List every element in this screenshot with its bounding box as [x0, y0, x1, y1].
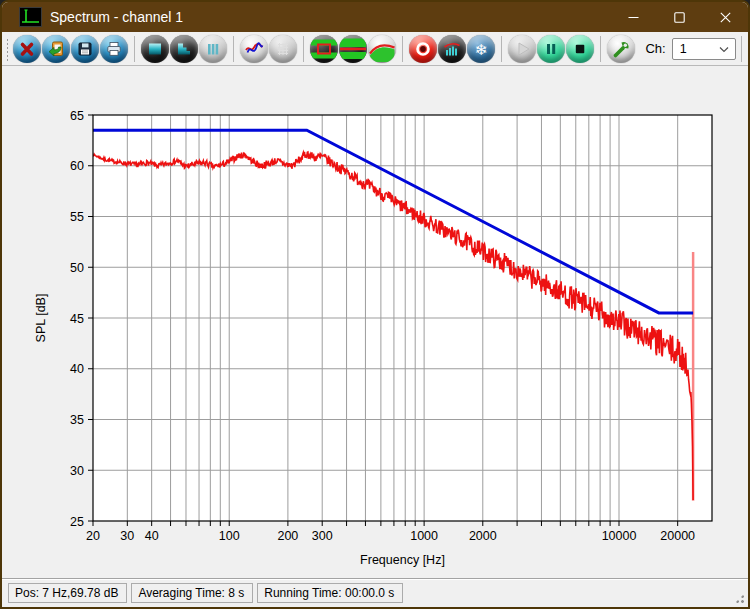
freeze-button[interactable]: ❄: [467, 35, 495, 63]
resize-grip[interactable]: [733, 592, 746, 605]
exit-button[interactable]: [13, 35, 41, 63]
maximize-icon: [674, 12, 685, 23]
y-tick-label: 60: [70, 159, 84, 173]
y-tick-label: 50: [70, 261, 84, 275]
save-button[interactable]: [71, 35, 99, 63]
toolbar: ❄ Ch: 1: [2, 32, 748, 66]
x-tick-label: 30: [120, 529, 134, 543]
spectrum-view-button[interactable]: [141, 35, 169, 63]
channel-value: 1: [680, 42, 687, 56]
x-tick-label: 20: [86, 529, 100, 543]
print-button[interactable]: [100, 35, 128, 63]
transfer-curves-icon: [240, 35, 268, 63]
pause-icon: [537, 35, 565, 63]
exit-icon: [13, 35, 41, 63]
save-icon: [71, 35, 99, 63]
transfer-curves-button[interactable]: [240, 35, 268, 63]
window-title: Spectrum - channel 1: [50, 9, 610, 25]
minimize-button[interactable]: [610, 2, 656, 32]
spectrum-window: Spectrum - channel 1: [0, 0, 750, 609]
x-tick-label: 20000: [660, 529, 695, 543]
level-analyzer-icon: [438, 35, 466, 63]
stop-icon: [566, 35, 594, 63]
y-tick-label: 65: [70, 109, 84, 123]
pause-button[interactable]: [537, 35, 565, 63]
toolbar-separator: [600, 36, 601, 62]
level-analyzer-button[interactable]: [438, 35, 466, 63]
x-tick-label: 100: [219, 529, 240, 543]
x-axis-label: Frequency [Hz]: [360, 553, 445, 567]
tolerance-band-button[interactable]: [310, 35, 338, 63]
x-tick-label: 200: [277, 529, 298, 543]
x-tick-label: 10000: [602, 529, 637, 543]
maximize-button[interactable]: [656, 2, 702, 32]
y-tick-label: 25: [70, 515, 84, 529]
x-tick-label: 300: [312, 529, 333, 543]
tolerance-limit-button[interactable]: [339, 35, 367, 63]
status-bar: Pos: 7 Hz,69.78 dB Averaging Time: 8 s R…: [2, 578, 748, 607]
y-axis-label: SPL [dB]: [34, 294, 48, 343]
chevron-down-icon: [719, 46, 729, 53]
spectrogram-view-button[interactable]: [170, 35, 198, 63]
status-running-time: Running Time: 00:00.0 s: [257, 583, 403, 603]
chart-area: 2030401002003001000200010000200002530354…: [2, 66, 748, 578]
record-icon: [409, 35, 437, 63]
data-table-icon: [269, 35, 297, 63]
spectrogram-view-icon: [170, 35, 198, 63]
y-tick-label: 30: [70, 464, 84, 478]
tolerance-band-icon: [310, 35, 338, 63]
tolerance-curve-button[interactable]: [368, 35, 396, 63]
bar-view-button: [199, 35, 227, 63]
toolbar-separator: [303, 36, 304, 62]
toolbar-separator: [402, 36, 403, 62]
status-position: Pos: 7 Hz,69.78 dB: [8, 583, 127, 603]
channel-select[interactable]: 1: [672, 38, 736, 60]
channel-label: Ch:: [645, 41, 665, 56]
minimize-icon: [628, 12, 639, 23]
y-tick-label: 55: [70, 210, 84, 224]
tolerance-limit-icon: [339, 35, 367, 63]
data-table-button: [269, 35, 297, 63]
open-icon: [42, 35, 70, 63]
x-tick-label: 40: [145, 529, 159, 543]
x-tick-label: 1000: [410, 529, 438, 543]
play-button: [508, 35, 536, 63]
status-averaging-time: Averaging Time: 8 s: [131, 583, 253, 603]
spectrum-peak-icon: [21, 9, 40, 25]
freeze-icon: ❄: [467, 35, 495, 63]
toolbar-separator: [501, 36, 502, 62]
print-icon: [100, 35, 128, 63]
close-icon: [720, 12, 731, 23]
toolbar-separator: [134, 36, 135, 62]
settings-button[interactable]: [607, 35, 635, 63]
play-icon: [508, 35, 536, 63]
x-tick-label: 2000: [469, 529, 497, 543]
title-bar: Spectrum - channel 1: [2, 2, 748, 32]
app-icon: [19, 7, 42, 27]
tolerance-curve-icon: [368, 35, 396, 63]
svg-text:❄: ❄: [475, 40, 488, 57]
toolbar-separator: [233, 36, 234, 62]
toolbar-gripper[interactable]: [5, 37, 8, 61]
close-button[interactable]: [702, 2, 748, 32]
open-button[interactable]: [42, 35, 70, 63]
bar-view-icon: [199, 35, 227, 63]
settings-wrench-icon: [607, 35, 635, 63]
toolbar-separator: [741, 36, 742, 62]
spectrum-view-icon: [141, 35, 169, 63]
y-tick-label: 45: [70, 312, 84, 326]
record-button[interactable]: [409, 35, 437, 63]
stop-button[interactable]: [566, 35, 594, 63]
y-tick-label: 40: [70, 362, 84, 376]
spectrum-chart[interactable]: 2030401002003001000200010000200002530354…: [2, 66, 748, 578]
y-tick-label: 35: [70, 413, 84, 427]
